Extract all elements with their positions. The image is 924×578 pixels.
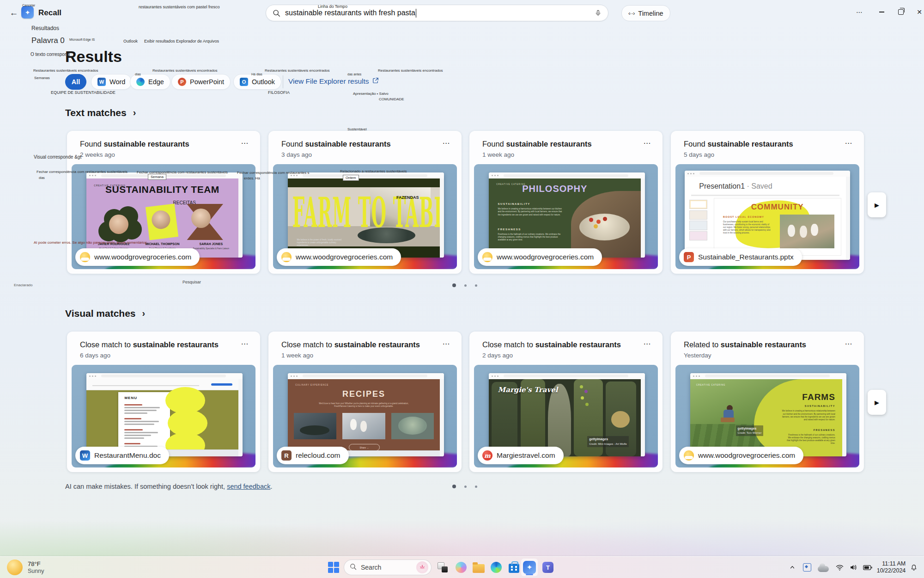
filter-all[interactable]: All xyxy=(65,74,86,90)
battery-icon xyxy=(863,565,872,571)
text-match-card-1[interactable]: Found sustainable restaurants 2 weeks ag… xyxy=(67,131,260,274)
card-title-prefix: Found xyxy=(80,140,102,148)
overlay-text: Há dias xyxy=(251,73,262,76)
outlook-icon: O xyxy=(240,78,248,86)
window-more-button[interactable]: ⋯ xyxy=(849,0,869,24)
notifications-button[interactable] xyxy=(906,557,921,578)
source-pill[interactable]: R relecloud.com xyxy=(277,447,349,464)
card-more-button[interactable]: ⋯ xyxy=(640,137,654,148)
file-explorer-link[interactable]: View File Explorer results xyxy=(288,77,379,86)
app-title: Recall xyxy=(38,8,61,18)
task-view-button[interactable] xyxy=(433,557,452,578)
card-timestamp: Yesterday xyxy=(684,352,711,359)
text-match-card-4[interactable]: Found sustainable restaurants 5 days ago… xyxy=(671,131,864,274)
filter-edge[interactable]: Edge xyxy=(130,74,170,90)
card-more-button[interactable]: ⋯ xyxy=(842,137,856,148)
chevron-right-icon: › xyxy=(142,308,146,319)
doc-title-name: Presentation1 xyxy=(699,182,745,190)
card-title-keyword: sustainable restaurants xyxy=(707,140,793,148)
watermark-credit: Credit: Mint Images - Art Wolfe xyxy=(589,443,627,445)
visual-matches-pagination[interactable] xyxy=(452,485,477,488)
visual-match-card-4[interactable]: Related to sustainable restaurants Yeste… xyxy=(671,332,864,472)
card-more-button[interactable]: ⋯ xyxy=(842,338,856,349)
card-more-button[interactable]: ⋯ xyxy=(238,137,252,148)
card-more-button[interactable]: ⋯ xyxy=(439,338,453,349)
source-pill[interactable]: www.woodgrovegroceries.com xyxy=(478,248,602,266)
filter-powerpoint[interactable]: P PowerPoint xyxy=(171,74,231,90)
visual-matches-next-button[interactable]: ▶ xyxy=(868,390,886,415)
person-name: SARAH JONES xyxy=(190,242,232,246)
source-pill[interactable]: P Sustainable_Restaurants.pptx xyxy=(679,248,802,266)
copilot-button[interactable] xyxy=(452,557,470,578)
timeline-button[interactable]: ‹··› Timeline xyxy=(621,5,670,21)
recall-taskbar-button[interactable]: ✦ xyxy=(519,557,540,578)
text-matches-heading[interactable]: Text matches › xyxy=(65,107,136,118)
visual-matches-heading[interactable]: Visual matches › xyxy=(65,308,145,319)
edge-button[interactable] xyxy=(487,557,505,578)
visual-match-card-3[interactable]: Close match to sustainable restaurants 2… xyxy=(469,332,663,472)
visual-match-card-1[interactable]: Close match to sustainable restaurants 6… xyxy=(67,332,260,472)
card-more-button[interactable]: ⋯ xyxy=(439,137,453,148)
battery-button[interactable] xyxy=(860,557,875,578)
tray-widget-button[interactable] xyxy=(800,557,814,578)
window-close-button[interactable]: ✕ xyxy=(909,0,924,24)
tray-clock[interactable]: 11:11 AM10/22/2024 xyxy=(875,557,907,578)
windows-logo-icon xyxy=(328,562,339,573)
filter-powerpoint-label: PowerPoint xyxy=(190,78,224,86)
window-minimize-button[interactable] xyxy=(871,0,892,24)
tray-chevron-button[interactable] xyxy=(785,557,799,578)
send-feedback-link[interactable]: send feedback xyxy=(227,483,270,490)
search-input[interactable]: sustainable restaurants with fresh pasta xyxy=(266,5,608,21)
source-pill[interactable]: www.woodgrovegroceries.com xyxy=(75,248,200,266)
text-matches-pagination[interactable] xyxy=(452,283,477,287)
overlay-chip: Semana xyxy=(148,174,166,180)
wifi-button[interactable] xyxy=(833,557,846,578)
overlay-text: Fechar correspondência com restaurantes … xyxy=(137,170,228,174)
text-match-card-3[interactable]: Found sustainable restaurants 1 week ago… xyxy=(469,131,663,274)
slide-title: COMMUNITY xyxy=(714,202,841,213)
text-matches-next-button[interactable]: ▶ xyxy=(868,192,886,217)
slide-body: Freshness is the hallmark of our culinar… xyxy=(498,233,562,241)
back-button[interactable]: ← xyxy=(7,6,20,19)
card-more-button[interactable]: ⋯ xyxy=(238,338,252,349)
slide-caption: We believe in the power of fresh, locall… xyxy=(297,239,343,247)
window-restore-button[interactable] xyxy=(891,0,911,24)
volume-button[interactable] xyxy=(846,557,860,578)
photo-1 xyxy=(294,413,336,439)
weather-widget[interactable]: 78°F Sunny xyxy=(28,557,69,578)
menu-document: MENU xyxy=(118,392,170,450)
cloud-icon xyxy=(818,566,829,572)
slide-title: FARMS xyxy=(802,391,835,403)
taskbar-search-input[interactable]: Search xyxy=(344,560,432,575)
onedrive-button[interactable] xyxy=(816,557,831,578)
filter-word[interactable]: W Word xyxy=(91,74,132,90)
visual-match-card-2[interactable]: Close match to sustainable restaurants 1… xyxy=(268,332,462,472)
slide-photo xyxy=(780,215,834,248)
source-pill[interactable]: www.woodgrovegroceries.com xyxy=(679,447,803,464)
microphone-icon[interactable] xyxy=(595,9,602,17)
disclaimer-period: . xyxy=(270,483,272,490)
weather-condition: Sunny xyxy=(28,568,44,575)
teams-button[interactable]: T xyxy=(539,557,557,578)
start-button[interactable] xyxy=(323,557,344,578)
restore-icon xyxy=(898,9,904,15)
text-match-card-2[interactable]: Found sustainable restaurants 3 days ago… xyxy=(268,131,462,274)
taskbar-search-label: Search xyxy=(361,564,412,571)
page-brand: CULINARY EXPERIENCE xyxy=(295,384,328,387)
source-pill[interactable]: m Margiestravel.com xyxy=(478,447,564,464)
more-horizontal-icon: ⋯ xyxy=(644,339,651,348)
page-body: We'd love to hear from you! Whether you'… xyxy=(315,402,413,408)
source-pill[interactable]: www.woodgrovegroceries.com xyxy=(277,248,401,266)
source-pill[interactable]: W RestaurantMenu.doc xyxy=(75,447,169,464)
timeline-label: Timeline xyxy=(638,10,663,17)
filter-outlook[interactable]: O Outlook xyxy=(233,74,281,90)
card-more-button[interactable]: ⋯ xyxy=(640,338,654,349)
card-timestamp: 2 days ago xyxy=(482,352,513,359)
file-explorer-button[interactable] xyxy=(469,557,488,578)
slide-body: We believe in creating a harmonious rela… xyxy=(780,410,835,421)
weather-widget-icon[interactable] xyxy=(5,557,25,578)
overlay-text: Fechar correspondência com restaurantes … xyxy=(36,170,128,174)
overlay-text: dias xyxy=(135,73,141,76)
slide-section-heading: BOOST LOCAL ECONOMY xyxy=(723,215,764,219)
overlay-text: Sustentável xyxy=(347,127,367,131)
